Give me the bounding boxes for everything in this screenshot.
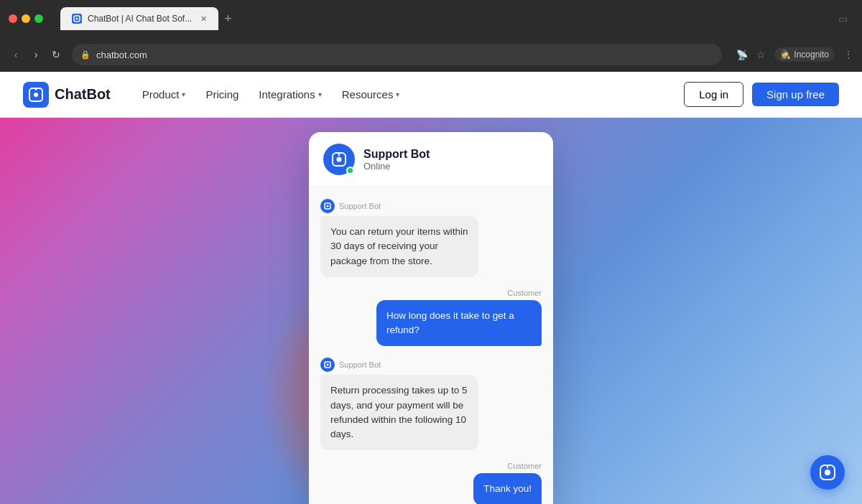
minimize-icon: ▭	[838, 13, 848, 24]
tab-favicon	[72, 14, 82, 24]
bot-small-icon-2	[320, 358, 335, 372]
url-text: chatbot.com	[96, 50, 147, 60]
message-group-bot-2: Support Bot Return processing takes up t…	[320, 358, 542, 450]
bot-avatar	[323, 144, 355, 175]
tab-title: ChatBot | AI Chat Bot Sof...	[88, 14, 192, 24]
chat-header: Support Bot Online	[309, 132, 553, 187]
bot-sender-label-2: Support Bot	[320, 358, 542, 372]
active-tab[interactable]: ChatBot | AI Chat Bot Sof... ✕	[60, 7, 218, 30]
traffic-light-yellow[interactable]	[22, 14, 30, 23]
tab-bar: ChatBot | AI Chat Bot Sof... ✕ +	[60, 7, 833, 30]
customer-label-2: Customer	[507, 462, 542, 470]
resources-chevron-icon: ▾	[396, 90, 399, 98]
customer-label-1: Customer	[507, 289, 542, 297]
logo-icon	[23, 82, 49, 108]
svg-point-6	[337, 157, 342, 162]
customer-message-1: How long does it take to get a refund?	[376, 300, 542, 347]
incognito-label: Incognito	[794, 50, 829, 60]
customer-label-row-1: Customer	[507, 289, 542, 297]
bot-label-2: Support Bot	[339, 360, 381, 369]
title-bar: ChatBot | AI Chat Bot Sof... ✕ + ▭	[0, 0, 862, 37]
logo-text: ChatBot	[55, 86, 111, 103]
message-group-customer-1: Customer How long does it take to get a …	[320, 289, 542, 347]
message-group-customer-2: Customer Thank you!	[320, 462, 542, 504]
signup-button[interactable]: Sign up free	[752, 83, 839, 106]
hero-section: Support Bot Online Support Bot	[0, 118, 862, 504]
incognito-badge: 🕵 Incognito	[774, 47, 835, 62]
logo[interactable]: ChatBot	[23, 82, 111, 108]
address-bar: ‹ › ↻ 🔒 chatbot.com 📡 ☆ 🕵 Incognito ⋮	[0, 37, 862, 72]
customer-message-2: Thank you!	[473, 473, 542, 504]
integrations-chevron-icon: ▾	[318, 90, 322, 98]
nav-product-label: Product	[142, 88, 180, 101]
bot-status: Online	[363, 161, 430, 172]
nav-menu: Product ▾ Pricing Integrations ▾ Resourc…	[134, 83, 684, 106]
traffic-lights	[9, 14, 43, 23]
nav-pricing-label: Pricing	[205, 88, 238, 101]
nav-item-integrations[interactable]: Integrations ▾	[250, 83, 330, 106]
browser-chrome: ChatBot | AI Chat Bot Sof... ✕ + ▭ ‹ › ↻…	[0, 0, 862, 72]
message-group-bot-1: Support Bot You can return your items wi…	[320, 199, 542, 277]
nav-item-pricing[interactable]: Pricing	[197, 83, 247, 106]
nav-item-product[interactable]: Product ▾	[134, 83, 195, 106]
bot-small-icon-1	[320, 199, 335, 213]
url-bar[interactable]: 🔒 chatbot.com	[72, 44, 722, 65]
new-tab-button[interactable]: +	[224, 11, 232, 27]
online-dot	[346, 167, 354, 174]
bot-message-1: You can return your items within 30 days…	[320, 216, 478, 277]
floating-chat-button[interactable]	[810, 455, 845, 490]
bot-message-2: Return processing takes up to 5 days, an…	[320, 375, 478, 450]
forward-button[interactable]: ›	[29, 49, 43, 60]
chat-widget: Support Bot Online Support Bot	[309, 132, 553, 504]
svg-point-13	[825, 470, 830, 475]
login-button[interactable]: Log in	[684, 82, 743, 107]
nav-integrations-label: Integrations	[259, 88, 315, 101]
svg-point-1	[76, 18, 78, 20]
svg-point-11	[327, 364, 329, 366]
bookmark-icon[interactable]: ☆	[756, 49, 766, 60]
cast-icon[interactable]: 📡	[736, 50, 748, 60]
back-button[interactable]: ‹	[9, 49, 23, 60]
bot-sender-label-1: Support Bot	[320, 199, 542, 213]
chat-messages: Support Bot You can return your items wi…	[309, 187, 553, 504]
page-content: ChatBot Product ▾ Pricing Integrations ▾…	[0, 72, 862, 504]
traffic-light-green[interactable]	[34, 14, 43, 23]
bot-info: Support Bot Online	[363, 148, 430, 172]
security-icon: 🔒	[80, 50, 91, 60]
product-chevron-icon: ▾	[182, 90, 185, 98]
nav-actions: Log in Sign up free	[684, 82, 839, 107]
navigation: ChatBot Product ▾ Pricing Integrations ▾…	[0, 72, 862, 118]
nav-buttons: ‹ › ↻	[9, 49, 63, 60]
nav-item-resources[interactable]: Resources ▾	[333, 83, 409, 106]
browser-actions: 📡 ☆ 🕵 Incognito ⋮	[736, 47, 853, 62]
more-options-icon[interactable]: ⋮	[843, 49, 853, 60]
reload-button[interactable]: ↻	[49, 49, 63, 60]
svg-point-3	[34, 93, 38, 97]
bot-name: Support Bot	[363, 148, 430, 161]
customer-label-row-2: Customer	[507, 462, 542, 470]
traffic-light-red[interactable]	[9, 14, 17, 23]
window-controls: ▭	[838, 13, 853, 24]
tab-close-button[interactable]: ✕	[200, 14, 207, 24]
svg-point-9	[327, 205, 329, 207]
bot-label-1: Support Bot	[339, 202, 381, 210]
nav-resources-label: Resources	[342, 88, 394, 101]
